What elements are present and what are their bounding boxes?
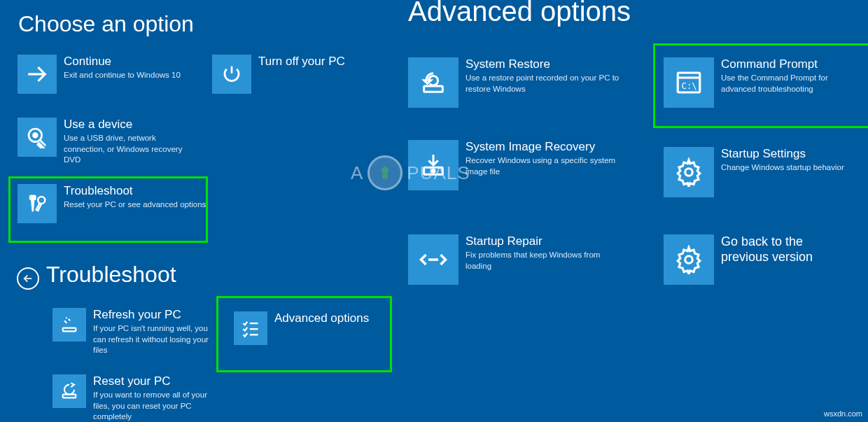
watermark-right: PUALS [407, 162, 470, 184]
startup-repair-sub: Fix problems that keep Windows from load… [465, 250, 620, 272]
tools-icon [18, 184, 57, 223]
troubleshoot-sub: Reset your PC or see advanced options [64, 199, 206, 211]
system-restore-icon [408, 57, 458, 108]
command-prompt-sub: Use the Command Prompt for advanced trou… [721, 73, 847, 94]
troubleshoot-tile[interactable]: Troubleshoot Reset your PC or see advanc… [18, 184, 206, 223]
system-restore-tile[interactable]: System Restore Use a restore point recor… [408, 57, 620, 108]
system-restore-title: System Restore [465, 57, 620, 71]
advanced-options-title: Advanced options [274, 311, 369, 325]
reset-icon [52, 374, 86, 408]
reset-pc-sub: If you want to remove all of your files,… [93, 390, 219, 422]
startup-settings-tile[interactable]: Startup Settings Change Windows startup … [664, 147, 844, 197]
svg-point-19 [685, 169, 693, 176]
refresh-pc-tile[interactable]: Refresh your PC If your PC isn't running… [52, 308, 212, 356]
gear-icon [664, 234, 714, 285]
startup-repair-tile[interactable]: Startup Repair Fix problems that keep Wi… [408, 234, 620, 285]
system-image-title: System Image Recovery [465, 140, 620, 154]
command-prompt-icon: C:\ [664, 57, 714, 108]
troubleshoot-title: Troubleshoot [64, 184, 206, 198]
refresh-pc-sub: If your PC isn't running well, you can r… [93, 323, 212, 356]
startup-repair-title: Startup Repair [465, 234, 620, 248]
svg-point-20 [685, 256, 693, 264]
power-icon [212, 55, 251, 94]
checklist-icon [234, 311, 267, 345]
watermark-left: A [351, 162, 363, 184]
choose-an-option-heading: Choose an option [18, 11, 194, 37]
command-prompt-tile[interactable]: C:\ Command Prompt Use the Command Promp… [664, 57, 847, 108]
turn-off-title: Turn off your PC [258, 55, 345, 69]
svg-text:C:\: C:\ [682, 81, 697, 91]
turn-off-tile[interactable]: Turn off your PC [212, 55, 345, 94]
svg-rect-7 [63, 328, 76, 332]
device-icon [18, 118, 57, 157]
reset-pc-title: Reset your PC [93, 374, 219, 388]
svg-point-21 [382, 167, 388, 174]
go-back-tile[interactable]: Go back to the previous version [664, 234, 854, 285]
svg-rect-4 [30, 196, 36, 199]
use-a-device-tile[interactable]: Use a device Use a USB drive, network co… [18, 118, 183, 166]
gear-icon [664, 147, 714, 197]
arrow-right-icon [18, 55, 57, 94]
system-image-sub: Recover Windows using a specific system … [465, 155, 620, 177]
continue-tile[interactable]: Continue Exit and continue to Windows 10 [18, 55, 181, 94]
advanced-options-tile[interactable]: Advanced options [234, 311, 369, 345]
startup-settings-sub: Change Windows startup behavior [721, 162, 844, 174]
reset-pc-tile[interactable]: Reset your PC If you want to remove all … [52, 374, 219, 422]
startup-repair-icon [408, 234, 458, 285]
credit: wsxdn.com [824, 409, 862, 418]
startup-settings-title: Startup Settings [721, 147, 844, 161]
system-restore-sub: Use a restore point recorded on your PC … [465, 73, 620, 94]
refresh-pc-title: Refresh your PC [93, 308, 212, 322]
troubleshoot-heading: Troubleshoot [46, 262, 176, 288]
use-a-device-sub: Use a USB drive, network connection, or … [64, 133, 183, 166]
command-prompt-title: Command Prompt [721, 57, 847, 71]
watermark: A PUALS [351, 155, 470, 190]
watermark-logo-icon [368, 155, 402, 190]
svg-point-2 [33, 133, 37, 137]
svg-rect-12 [424, 86, 443, 92]
refresh-icon [52, 308, 86, 342]
go-back-title: Go back to the previous version [721, 234, 854, 265]
continue-sub: Exit and continue to Windows 10 [64, 70, 181, 81]
back-button[interactable] [17, 267, 39, 290]
use-a-device-title: Use a device [64, 118, 183, 132]
advanced-options-heading: Advanced options [408, 0, 631, 27]
continue-title: Continue [64, 55, 181, 69]
svg-rect-22 [382, 173, 388, 179]
